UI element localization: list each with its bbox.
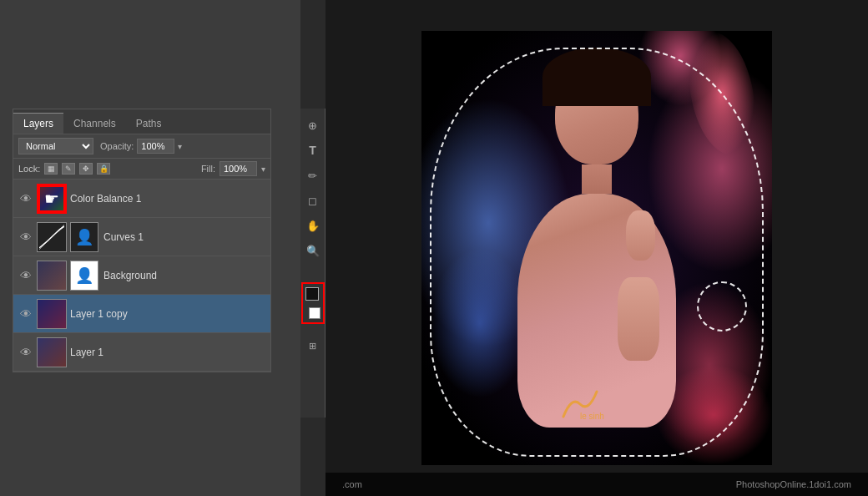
fill-input[interactable] (220, 161, 257, 176)
layer-mask-curves: 👤 (70, 222, 98, 252)
tool-brush[interactable]: ✏ (303, 165, 323, 185)
photo-container: le sinh (421, 31, 772, 465)
tab-layers[interactable]: Layers (13, 113, 63, 134)
blend-mode-select[interactable]: Normal Multiply Screen (18, 138, 93, 154)
main-area: le sinh .com PhotoshopOnline.1doi1.com (326, 0, 868, 496)
opacity-label: Opacity: (100, 141, 134, 151)
layer-row-layer-copy[interactable]: 👁 Layer 1 copy (13, 295, 270, 333)
mask-silhouette-bg: 👤 (75, 266, 93, 285)
woman-neck (582, 164, 612, 194)
panel-tabs: Layers Channels Paths (13, 109, 270, 134)
mask-silhouette-curves: 👤 (75, 228, 93, 246)
layer-name-layer1: Layer 1 (70, 347, 265, 358)
tool-eyedropper[interactable]: ⊕ (303, 115, 323, 135)
logo-area: le sinh (555, 387, 613, 423)
lock-brush[interactable]: ✎ (62, 163, 75, 175)
opacity-arrow[interactable]: ▾ (178, 142, 182, 151)
lock-label: Lock: (18, 164, 40, 174)
fill-label: Fill: (201, 164, 215, 174)
tool-text[interactable]: T (303, 140, 323, 160)
layers-panel: Layers Channels Paths Normal Multiply Sc… (13, 109, 271, 372)
add-layer-mask-icon[interactable]: ⊞ (303, 336, 323, 356)
background-swatch[interactable] (309, 307, 320, 319)
le-sinh-logo: le sinh (555, 387, 613, 421)
layer-thumb-background (37, 261, 67, 291)
woman-face (572, 106, 622, 148)
layer-thumb-layer-copy (37, 299, 67, 329)
hand-cursor-icon: ☛ (44, 189, 59, 209)
fill-arrow[interactable]: ▾ (261, 164, 265, 174)
svg-text:le sinh: le sinh (580, 412, 604, 421)
layer-row-curves[interactable]: 👁 👤 Curves 1 (13, 218, 270, 256)
eye-icon-background[interactable]: 👁 (18, 268, 33, 283)
tool-strip: ⊕ T ✏ ◻ ✋ 🔍 ⊞ (300, 109, 326, 418)
layer-row-background[interactable]: 👁 👤 Background (13, 256, 270, 295)
watermark-right: PhotoshopOnline.1doi1.com (736, 479, 851, 489)
lock-checkerboard[interactable]: ▦ (44, 163, 58, 175)
lock-all[interactable]: 🔒 (97, 163, 110, 175)
layer-name-layer-copy: Layer 1 copy (70, 308, 265, 320)
tab-paths[interactable]: Paths (126, 113, 172, 134)
canvas-area: le sinh .com PhotoshopOnline.1doi1.com (326, 0, 868, 496)
watermark-bar: .com PhotoshopOnline.1doi1.com (326, 473, 868, 496)
layer-name-color-balance: Color Balance 1 (70, 193, 265, 205)
eye-icon-color-balance[interactable]: 👁 (18, 191, 33, 206)
tool-rubber[interactable]: ◻ (303, 190, 323, 210)
tool-zoom[interactable]: 🔍 (303, 240, 323, 261)
layer-thumb-color-balance: ☛ (37, 184, 67, 214)
lock-row: Lock: ▦ ✎ ✥ 🔒 Fill: ▾ (13, 159, 270, 180)
hand-overlay: ☛ (38, 185, 65, 212)
woman-hand (626, 210, 655, 261)
layer-thumb-layer1 (37, 337, 67, 367)
layer-name-background: Background (103, 270, 265, 281)
woman-hair (542, 48, 651, 106)
fg-bg-indicator-box[interactable] (301, 282, 325, 324)
layer-row-layer1[interactable]: 👁 Layer 1 (13, 333, 270, 372)
tool-hand-move[interactable]: ✋ (303, 215, 323, 235)
layer-row-color-balance[interactable]: 👁 ☛ Color Balance 1 (13, 180, 270, 218)
tab-channels[interactable]: Channels (63, 113, 126, 134)
layer-name-curves: Curves 1 (103, 231, 265, 243)
blend-mode-row: Normal Multiply Screen Opacity: ▾ (13, 134, 270, 159)
opacity-input[interactable] (137, 139, 174, 154)
woman-head (555, 64, 638, 164)
watermark-left: .com (342, 479, 362, 489)
layer-bottom-icons: ⊞ (303, 336, 323, 356)
layer-mask-background: 👤 (70, 261, 98, 291)
layer-thumb-curves (37, 222, 67, 252)
eye-icon-layer1[interactable]: 👁 (18, 345, 33, 360)
foreground-swatch[interactable] (305, 287, 319, 301)
eye-icon-layer-copy[interactable]: 👁 (18, 306, 33, 321)
woman-arm (618, 277, 659, 361)
lock-move[interactable]: ✥ (79, 163, 93, 175)
eye-icon-curves[interactable]: 👁 (18, 230, 33, 245)
